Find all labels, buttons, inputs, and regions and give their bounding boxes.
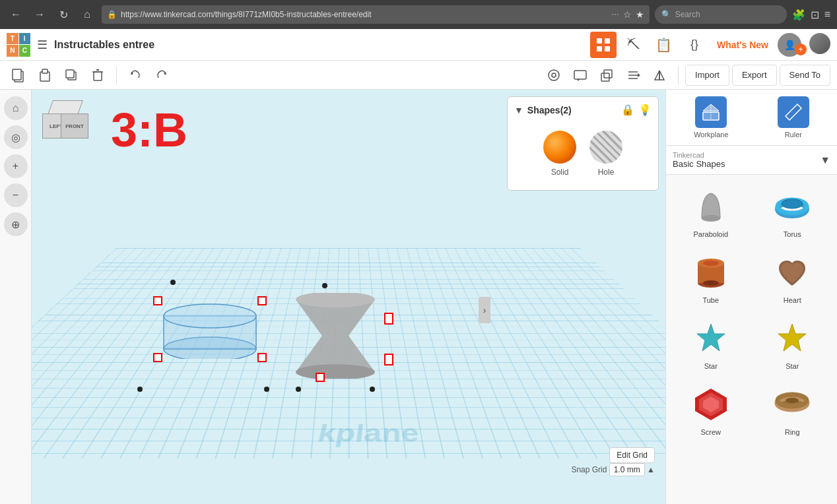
hole-label: Hole bbox=[598, 168, 615, 177]
category-dropdown[interactable]: Tinkercad Basic Shapes ▼ bbox=[666, 146, 837, 175]
import-button[interactable]: Import bbox=[685, 65, 729, 86]
edit-grid-button[interactable]: Edit Grid bbox=[609, 447, 655, 463]
selected-cylinder[interactable] bbox=[157, 299, 263, 359]
align-button[interactable] bbox=[621, 63, 645, 87]
comment-button[interactable] bbox=[568, 63, 592, 87]
snap-grid-value[interactable]: 1.0 mm bbox=[609, 463, 645, 476]
ruler-svg bbox=[783, 102, 804, 123]
dropdown-arrow-icon: ▼ bbox=[820, 154, 830, 166]
handle-br[interactable] bbox=[257, 353, 267, 362]
home-view-side-button[interactable]: ⌂ bbox=[4, 96, 28, 120]
paraboloid-img bbox=[690, 185, 732, 228]
trash-icon bbox=[90, 68, 105, 82]
back-button[interactable]: ← bbox=[7, 5, 25, 24]
workplane-icon bbox=[695, 96, 727, 128]
shape-card-torus[interactable]: Torus bbox=[754, 181, 831, 242]
svg-marker-30 bbox=[296, 299, 375, 372]
shape-card-star-teal[interactable]: Star bbox=[673, 313, 749, 374]
reload-button[interactable]: ↻ bbox=[54, 5, 73, 24]
panel-collapse-icon[interactable]: ▼ bbox=[514, 105, 523, 115]
zoom-in-button[interactable]: + bbox=[4, 154, 28, 178]
address-bar[interactable]: 🔒 https://www.tinkercad.com/things/8I771… bbox=[102, 5, 650, 24]
grid-icon bbox=[596, 38, 611, 52]
svg-marker-50 bbox=[778, 324, 806, 351]
search-placeholder: Search bbox=[675, 10, 700, 19]
view-cube-inner: LEFT FRONT bbox=[42, 100, 88, 146]
handle-tl[interactable] bbox=[153, 296, 162, 305]
earth-side-button[interactable]: ⊕ bbox=[4, 212, 28, 236]
dot-t bbox=[170, 280, 176, 285]
user-photo[interactable] bbox=[809, 33, 830, 54]
whats-new-button[interactable]: What's New bbox=[712, 40, 774, 50]
add-profile-button[interactable]: + bbox=[795, 44, 807, 55]
snap-grid-label: Snap Grid 1.0 mm ▲ bbox=[571, 463, 655, 476]
svg-marker-36 bbox=[786, 104, 801, 120]
export-button[interactable]: Export bbox=[732, 65, 777, 86]
duplicate-button[interactable] bbox=[59, 63, 83, 87]
svg-rect-20 bbox=[604, 70, 612, 78]
forward-button[interactable]: → bbox=[30, 5, 49, 24]
zoom-out-button[interactable]: − bbox=[4, 183, 28, 207]
solid-type[interactable]: Solid bbox=[543, 131, 576, 177]
hamburger-menu-icon[interactable]: ☰ bbox=[37, 38, 48, 52]
home-view-button[interactable] bbox=[542, 63, 566, 87]
handle-side-top[interactable] bbox=[384, 313, 393, 325]
hammer-button[interactable]: ⛏ bbox=[620, 32, 647, 58]
collapse-panel-button[interactable]: › bbox=[479, 297, 490, 323]
handle-tr[interactable] bbox=[257, 296, 267, 305]
redo-button[interactable] bbox=[150, 63, 174, 87]
flip-button[interactable] bbox=[648, 63, 671, 87]
dimension-label: 3:B bbox=[111, 103, 187, 157]
search-icon: 🔍 bbox=[661, 10, 671, 19]
svg-point-48 bbox=[703, 261, 719, 266]
hourglass-svg bbox=[289, 293, 382, 379]
svg-point-57 bbox=[786, 398, 799, 403]
svg-point-15 bbox=[549, 70, 559, 80]
light-icon[interactable]: 💡 bbox=[638, 104, 652, 116]
code-button[interactable]: {} bbox=[681, 32, 708, 58]
hamburger-icon[interactable]: ≡ bbox=[824, 9, 830, 21]
shape-card-ring[interactable]: Ring bbox=[754, 379, 831, 440]
main-layout: ⌂ ◎ + − ⊕ kplane 3:B LEFT FRONT bbox=[0, 90, 837, 504]
handle-bl[interactable] bbox=[153, 353, 162, 362]
send-to-button[interactable]: Send To bbox=[780, 65, 830, 86]
stack-button[interactable]: 📋 bbox=[651, 32, 677, 58]
shape-card-star-yellow[interactable]: Star bbox=[754, 313, 831, 374]
workplane-button[interactable]: Workplane bbox=[694, 96, 728, 139]
search-bar[interactable]: 🔍 Search bbox=[655, 5, 787, 24]
paste-icon bbox=[38, 68, 52, 82]
grid-view-button[interactable] bbox=[590, 32, 617, 58]
heart-svg bbox=[774, 254, 811, 291]
shape-card-screw[interactable]: Screw bbox=[673, 379, 749, 440]
app-header: T I N C ☰ Instructables entree ⛏ 📋 {} Wh… bbox=[0, 29, 837, 61]
heart-label: Heart bbox=[784, 296, 801, 304]
copy-button[interactable] bbox=[7, 63, 30, 87]
undo-button[interactable] bbox=[123, 63, 147, 87]
view-cube[interactable]: LEFT FRONT bbox=[42, 100, 95, 153]
svg-rect-17 bbox=[574, 71, 586, 79]
shapes-grid: Paraboloid Torus bbox=[666, 175, 837, 504]
more-icon: ⋯ bbox=[611, 10, 619, 19]
canvas-area[interactable]: kplane 3:B LEFT FRONT bbox=[32, 90, 665, 504]
ring-img bbox=[771, 383, 813, 425]
target-side-button[interactable]: ◎ bbox=[4, 125, 28, 149]
tab-icon[interactable]: ⊡ bbox=[811, 9, 819, 21]
shape-card-heart[interactable]: Heart bbox=[754, 247, 831, 308]
browser-icons: 🧩 ⊡ ≡ bbox=[792, 9, 830, 21]
delete-button[interactable] bbox=[86, 63, 110, 87]
rotate-button[interactable] bbox=[595, 63, 619, 87]
ruler-button[interactable]: Ruler bbox=[778, 96, 809, 139]
shape-card-tube[interactable]: Tube bbox=[673, 247, 749, 308]
paste-button[interactable] bbox=[33, 63, 57, 87]
hourglass-shape[interactable] bbox=[289, 293, 382, 379]
svg-line-39 bbox=[793, 107, 795, 108]
hole-type[interactable]: Hole bbox=[589, 131, 622, 177]
handle-bottom-mid[interactable] bbox=[316, 373, 325, 382]
extensions-icon[interactable]: 🧩 bbox=[792, 9, 805, 21]
solid-sphere bbox=[543, 131, 576, 164]
home-button[interactable]: ⌂ bbox=[78, 5, 96, 24]
svg-rect-0 bbox=[597, 38, 602, 44]
handle-side-bottom[interactable] bbox=[384, 354, 393, 365]
shape-card-paraboloid[interactable]: Paraboloid bbox=[673, 181, 749, 242]
lock-icon[interactable]: 🔒 bbox=[621, 104, 634, 116]
